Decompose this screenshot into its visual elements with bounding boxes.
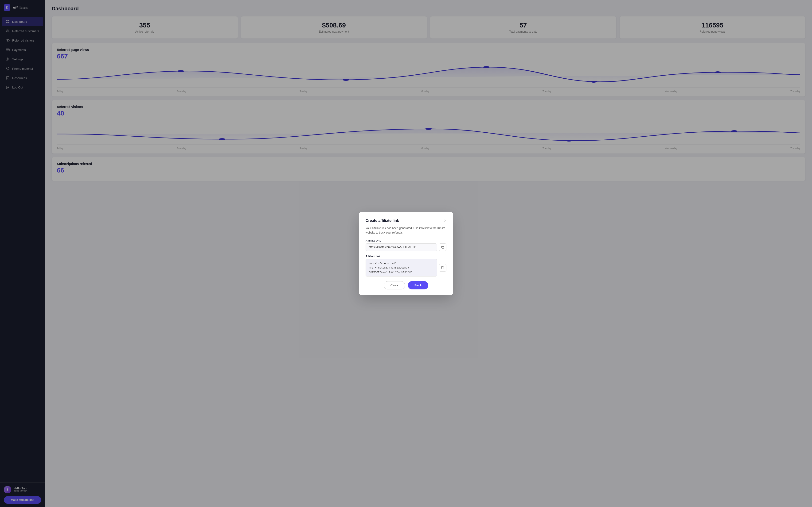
svg-rect-25 — [442, 246, 444, 248]
svg-rect-26 — [442, 267, 444, 269]
modal-title: Create affiliate link — [366, 219, 399, 223]
affiliate-link-code: <a rel="sponsored"href="https://kinsta.c… — [366, 259, 437, 277]
copy-link-button[interactable] — [439, 264, 446, 272]
modal: Create affiliate link × Your affiliate l… — [359, 212, 453, 295]
modal-overlay[interactable]: Create affiliate link × Your affiliate l… — [0, 0, 812, 507]
link-label: Affiliate link — [366, 255, 446, 258]
modal-close-button[interactable]: × — [444, 219, 446, 223]
affiliate-url-input[interactable] — [366, 243, 437, 251]
modal-footer: Close Back — [366, 281, 446, 289]
url-input-row — [366, 243, 446, 251]
link-input-row: <a rel="sponsored"href="https://kinsta.c… — [366, 259, 446, 277]
close-button[interactable]: Close — [384, 281, 405, 289]
copy-url-button[interactable] — [439, 243, 446, 251]
url-label: Affiliate URL — [366, 239, 446, 242]
modal-description: Your affiliate link has been generated. … — [366, 226, 446, 235]
modal-header: Create affiliate link × — [366, 219, 446, 223]
back-button[interactable]: Back — [408, 281, 428, 289]
